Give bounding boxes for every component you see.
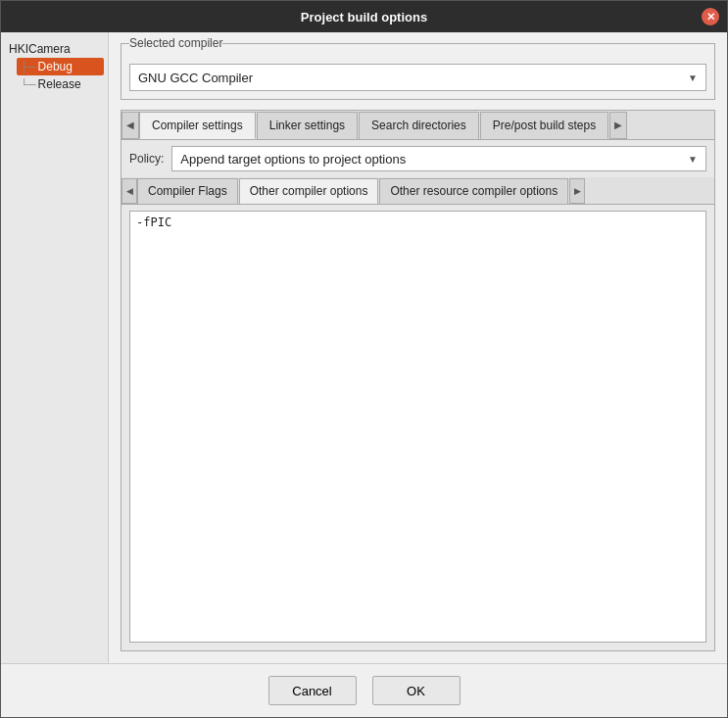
compiler-section: Selected compiler GNU GCC Compiler ▼ — [121, 44, 715, 100]
close-button[interactable]: ✕ — [702, 8, 719, 25]
inner-tabs-section: ◀ Compiler Flags Other compiler options … — [121, 177, 714, 650]
compiler-legend: Selected compiler — [129, 36, 222, 50]
dialog: Project build options ✕ HKICamera ├─Debu… — [0, 0, 728, 718]
compiler-options-textarea[interactable] — [130, 212, 705, 642]
tree-children: ├─Debug └─Release — [17, 58, 104, 93]
outer-tabs-container: ◀ Compiler settings Linker settings Sear… — [121, 110, 715, 651]
tab-pre-post-build-steps[interactable]: Pre/post build steps — [480, 112, 608, 139]
compiler-dropdown-arrow: ▼ — [688, 72, 698, 83]
sidebar: HKICamera ├─Debug └─Release — [1, 32, 109, 663]
compiler-dropdown-value: GNU GCC Compiler — [138, 71, 253, 85]
policy-dropdown-arrow: ▼ — [688, 154, 698, 165]
inner-tab-compiler-flags[interactable]: Compiler Flags — [137, 178, 238, 204]
text-area-container — [129, 211, 706, 643]
outer-tabs-bar: ◀ Compiler settings Linker settings Sear… — [121, 111, 714, 140]
tab-compiler-settings[interactable]: Compiler settings — [139, 112, 256, 139]
policy-dropdown[interactable]: Append target options to project options… — [171, 146, 706, 171]
ok-button[interactable]: OK — [372, 676, 461, 705]
inner-tab-nav-right[interactable]: ▶ — [569, 178, 585, 204]
policy-label: Policy: — [129, 152, 164, 166]
dialog-footer: Cancel OK — [1, 663, 727, 717]
tab-linker-settings[interactable]: Linker settings — [257, 112, 358, 139]
dialog-body: HKICamera ├─Debug └─Release Selected com… — [1, 32, 727, 663]
compiler-fieldset: Selected compiler GNU GCC Compiler ▼ — [121, 36, 715, 100]
outer-tab-nav-right[interactable]: ▶ — [609, 112, 627, 139]
titlebar: Project build options ✕ — [1, 1, 727, 32]
inner-tab-other-compiler-options[interactable]: Other compiler options — [239, 178, 379, 204]
tree-connector-release: └─ — [21, 78, 36, 90]
compiler-dropdown[interactable]: GNU GCC Compiler ▼ — [129, 64, 706, 91]
tree-connector-debug: ├─ — [21, 61, 36, 72]
inner-tab-other-resource-compiler-options[interactable]: Other resource compiler options — [379, 178, 568, 204]
inner-tabs-bar: ◀ Compiler Flags Other compiler options … — [121, 177, 714, 205]
tab-search-directories[interactable]: Search directories — [359, 112, 479, 139]
inner-tab-nav-left[interactable]: ◀ — [121, 178, 137, 204]
sidebar-item-hkicamera[interactable]: HKICamera — [5, 40, 104, 58]
dialog-title: Project build options — [301, 10, 427, 24]
cancel-button[interactable]: Cancel — [268, 676, 357, 705]
sidebar-item-release[interactable]: └─Release — [17, 75, 104, 93]
policy-dropdown-value: Append target options to project options — [180, 152, 406, 167]
policy-row: Policy: Append target options to project… — [121, 140, 714, 177]
outer-tab-nav-left[interactable]: ◀ — [121, 112, 139, 139]
main-content: Selected compiler GNU GCC Compiler ▼ ◀ C… — [109, 32, 727, 663]
sidebar-item-debug[interactable]: ├─Debug — [17, 58, 104, 75]
